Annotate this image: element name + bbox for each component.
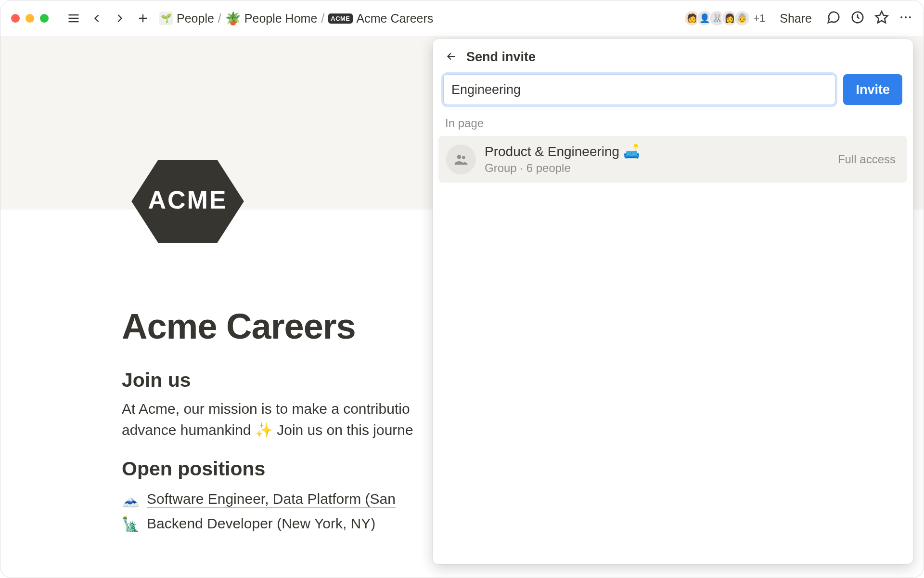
more-icon[interactable] — [898, 10, 913, 26]
window-minimize-icon[interactable] — [26, 14, 34, 23]
comments-icon[interactable] — [826, 10, 841, 26]
breadcrumb-item-acme-careers[interactable]: ACME Acme Careers — [328, 12, 433, 26]
breadcrumb-label: People — [177, 12, 214, 26]
updates-icon[interactable] — [850, 10, 865, 26]
position-emoji-icon: 🗻 — [122, 491, 141, 508]
breadcrumb-item-people-home[interactable]: 🪴 People Home — [225, 11, 317, 26]
share-button[interactable]: Share — [780, 12, 812, 26]
invite-button[interactable]: Invite — [843, 74, 902, 105]
breadcrumb-label: People Home — [244, 12, 317, 26]
invite-section-label: In page — [433, 105, 913, 136]
breadcrumb-item-people[interactable]: 🌱 People — [159, 12, 214, 26]
invite-result-main: Product & Engineering 🛋️ Group · 6 peopl… — [485, 144, 829, 175]
popover-back-button[interactable] — [445, 50, 458, 65]
logo-text: ACME — [148, 185, 227, 214]
plant-icon: 🪴 — [225, 11, 241, 26]
breadcrumb-separator: / — [218, 12, 221, 26]
popover-header: Send invite — [433, 50, 913, 74]
svg-point-9 — [909, 16, 911, 18]
window-maximize-icon[interactable] — [40, 14, 49, 23]
invite-result-subtitle: Group · 6 people — [485, 161, 829, 175]
send-invite-popover: Send invite Invite In page Product & Eng… — [433, 39, 913, 564]
people-page-icon: 🌱 — [159, 12, 173, 25]
page-logo: ACME — [128, 156, 247, 247]
toolbar-right-icons — [826, 10, 913, 26]
invite-search-input[interactable] — [443, 74, 835, 105]
menu-icon[interactable] — [65, 10, 82, 27]
window-controls — [11, 14, 49, 23]
nav-forward-icon[interactable] — [111, 10, 128, 27]
svg-point-7 — [900, 16, 902, 18]
new-page-icon[interactable] — [134, 10, 152, 27]
breadcrumb-separator: / — [321, 12, 324, 26]
invite-result-item[interactable]: Product & Engineering 🛋️ Group · 6 peopl… — [438, 136, 907, 183]
avatar-overflow-count: +1 — [753, 12, 765, 25]
svg-point-8 — [905, 16, 907, 18]
position-link[interactable]: Backend Developer (New York, NY) — [147, 515, 375, 532]
invite-input-row: Invite — [433, 74, 913, 105]
svg-point-12 — [457, 155, 462, 159]
favorite-icon[interactable] — [874, 10, 889, 26]
invite-result-access: Full access — [838, 153, 899, 166]
presence-avatars[interactable]: 🧑 👤 🐰 👩 👵 +1 — [684, 10, 765, 26]
breadcrumb: 🌱 People / 🪴 People Home / ACME Acme Car… — [159, 11, 433, 26]
top-toolbar: 🌱 People / 🪴 People Home / ACME Acme Car… — [0, 0, 924, 36]
svg-point-13 — [462, 156, 465, 158]
app-window: 🌱 People / 🪴 People Home / ACME Acme Car… — [0, 0, 924, 578]
acme-badge-icon: ACME — [328, 13, 352, 24]
group-icon — [446, 144, 476, 174]
window-close-icon[interactable] — [11, 14, 20, 23]
svg-marker-6 — [876, 12, 888, 23]
breadcrumb-label: Acme Careers — [357, 12, 434, 26]
invite-result-title: Product & Engineering 🛋️ — [485, 144, 829, 159]
position-link[interactable]: Software Engineer, Data Platform (San — [147, 491, 396, 508]
popover-title: Send invite — [466, 50, 536, 65]
avatar: 👵 — [734, 10, 750, 26]
nav-back-icon[interactable] — [88, 10, 105, 27]
position-emoji-icon: 🗽 — [122, 515, 141, 532]
